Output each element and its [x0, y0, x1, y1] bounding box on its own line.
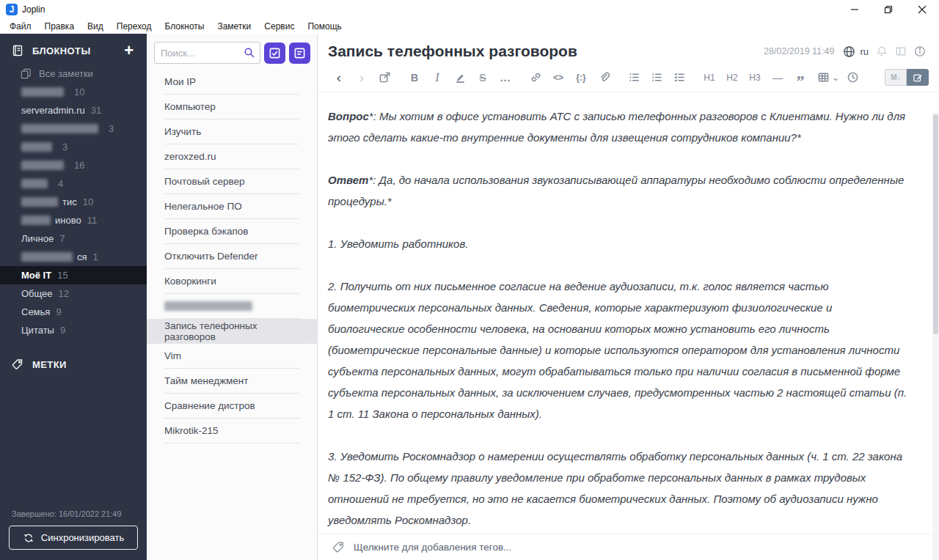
- forward-button[interactable]: ›: [352, 70, 371, 86]
- note-list-item[interactable]: Отключить Defender: [147, 244, 317, 269]
- note-title-heading[interactable]: Запись телефонных разговоров: [328, 43, 577, 60]
- italic-button[interactable]: I: [428, 70, 447, 86]
- redacted-label: [21, 161, 64, 170]
- note-list-item[interactable]: Изучить: [147, 119, 317, 144]
- note-title: Нелегальное ПО: [164, 201, 242, 212]
- note-list-item[interactable]: Компьютер: [147, 95, 317, 119]
- spellcheck-language[interactable]: ru: [860, 46, 869, 57]
- markdown-view-button[interactable]: M↓: [885, 69, 907, 86]
- note-list-item[interactable]: Mikrotik-215: [147, 419, 317, 443]
- note-list-item[interactable]: Vim: [147, 344, 317, 369]
- external-edit-button[interactable]: [375, 70, 394, 86]
- note-list-item[interactable]: zeroxzed.ru: [147, 144, 317, 169]
- note-list-item[interactable]: [147, 294, 317, 319]
- menu-item[interactable]: Файл: [3, 21, 38, 32]
- more-formats-button[interactable]: ...: [496, 70, 515, 86]
- note-list-item[interactable]: Нелегальное ПО: [147, 194, 317, 219]
- menu-item[interactable]: Сервис: [257, 21, 301, 32]
- all-notes-label: Все заметки: [39, 68, 93, 79]
- note-list-item[interactable]: Мои IP: [147, 70, 317, 95]
- sidebar-notebook-item[interactable]: Личное 7: [0, 229, 147, 248]
- check-list-button[interactable]: [670, 70, 689, 86]
- inline-code-button[interactable]: <>: [549, 70, 568, 86]
- strikethrough-button[interactable]: S: [473, 70, 492, 86]
- new-todo-button[interactable]: [264, 43, 285, 64]
- sidebar-notebook-item[interactable]: Общее 12: [0, 284, 147, 303]
- restore-button[interactable]: [872, 0, 905, 18]
- sidebar-notebook-item[interactable]: Цитаты 9: [0, 321, 147, 339]
- heading3-button[interactable]: H3: [745, 70, 764, 86]
- menu-item[interactable]: Вид: [81, 21, 110, 32]
- sidebar-notebook-item[interactable]: ся 1: [0, 248, 147, 266]
- layout-toggle-icon[interactable]: [895, 45, 907, 57]
- sidebar-notebook-item[interactable]: 16: [0, 156, 147, 174]
- redacted-note-title: [164, 301, 252, 311]
- heading1-button[interactable]: H1: [700, 70, 719, 86]
- note-title: Проверка бэкапов: [164, 226, 248, 237]
- tag-bar[interactable]: Щелкните для добавления тегов...: [318, 534, 939, 560]
- note-title: Мои IP: [164, 76, 196, 87]
- notebook-count: 7: [59, 233, 65, 244]
- search-row: [147, 34, 317, 70]
- sidebar-notebook-item[interactable]: serveradmin.ru 31: [0, 101, 147, 119]
- sidebar-notebook-item[interactable]: 10: [0, 83, 147, 101]
- note-list-item[interactable]: Почтовый сервер: [147, 169, 317, 194]
- tags-header: МЕТКИ: [0, 339, 147, 375]
- notebook-list: 10 serveradmin.ru 31 3 3: [0, 83, 147, 339]
- horizontal-rule-button[interactable]: —: [768, 70, 787, 86]
- notebook-count: 9: [56, 306, 61, 317]
- note-list-item[interactable]: Сравнение дистров: [147, 394, 317, 419]
- editor-scrollbar[interactable]: [932, 113, 939, 560]
- sidebar-notebook-item[interactable]: тис 10: [0, 193, 147, 211]
- table-chevron-down-icon[interactable]: ⌄: [832, 73, 839, 83]
- attach-file-button[interactable]: [594, 70, 613, 86]
- back-button[interactable]: ‹: [329, 70, 348, 86]
- titlebar: J Joplin: [0, 0, 939, 18]
- sidebar-notebook-item[interactable]: Моё IT 15: [0, 266, 147, 284]
- menu-bar: ФайлПравкаВидПереходБлокнотыЗаметкиСерви…: [0, 18, 939, 34]
- sidebar-item-all-notes[interactable]: Все заметки: [0, 65, 147, 83]
- notebook-icon: [12, 45, 23, 56]
- sidebar-notebook-item[interactable]: 3: [0, 119, 147, 138]
- menu-item[interactable]: Правка: [38, 21, 81, 32]
- info-icon[interactable]: [914, 45, 926, 57]
- heading2-button[interactable]: H2: [723, 70, 742, 86]
- menu-item[interactable]: Блокноты: [158, 21, 211, 32]
- sidebar-notebook-item[interactable]: иново 11: [0, 211, 147, 229]
- note-list-item[interactable]: Запись телефонных разговоров: [147, 319, 317, 344]
- new-note-button[interactable]: [289, 43, 310, 64]
- note-list-item[interactable]: Проверка бэкапов: [147, 219, 317, 244]
- note-body[interactable]: Вопрос*: Мы хотим в офисе установить АТС…: [318, 92, 939, 534]
- link-button[interactable]: [526, 70, 545, 86]
- note-title: Изучить: [164, 126, 201, 137]
- globe-icon[interactable]: [843, 45, 855, 58]
- tag-icon: [332, 541, 345, 553]
- sidebar-notebook-item[interactable]: Семья 9: [0, 303, 147, 321]
- synchronize-button[interactable]: Синхронизировать: [9, 526, 138, 550]
- richtext-view-button[interactable]: [907, 69, 929, 86]
- sidebar-notebook-item[interactable]: 3: [0, 138, 147, 156]
- bullet-list-button[interactable]: [624, 70, 643, 86]
- sidebar-notebook-item[interactable]: 4: [0, 174, 147, 193]
- redacted-label: [21, 179, 48, 188]
- menu-item[interactable]: Заметки: [211, 21, 257, 32]
- close-button[interactable]: [905, 0, 939, 18]
- note-list-item[interactable]: Тайм менеджмент: [147, 369, 317, 394]
- numbered-list-button[interactable]: [647, 70, 666, 86]
- editor-meta: 28/02/2019 11:49 ru: [764, 45, 926, 58]
- scrollbar-thumb[interactable]: [933, 114, 938, 334]
- minimize-button[interactable]: [838, 0, 872, 18]
- synchronize-label: Синхронизировать: [41, 532, 124, 543]
- bold-button[interactable]: B: [405, 70, 424, 86]
- menu-item[interactable]: Переход: [110, 21, 158, 32]
- notebook-count: 16: [74, 160, 84, 171]
- insert-table-button[interactable]: [814, 70, 833, 86]
- insert-datetime-button[interactable]: [843, 70, 862, 86]
- blockquote-button[interactable]: ”: [791, 70, 810, 86]
- new-notebook-button[interactable]: +: [124, 43, 139, 59]
- menu-item[interactable]: Помощь: [301, 21, 348, 32]
- bell-icon[interactable]: [876, 45, 888, 57]
- code-block-button[interactable]: {:}: [571, 70, 591, 86]
- note-list-item[interactable]: Коворкинги: [147, 269, 317, 294]
- highlight-button[interactable]: [450, 70, 470, 86]
